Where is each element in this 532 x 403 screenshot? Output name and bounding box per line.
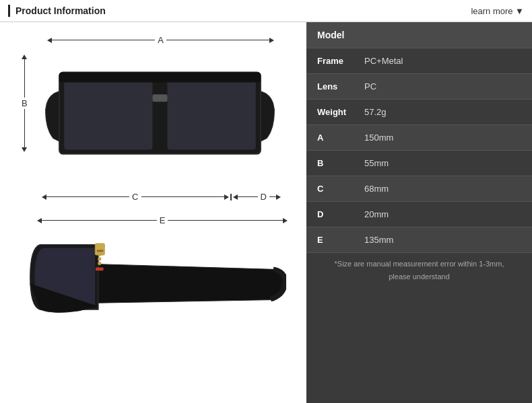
h-line-d1 <box>238 196 258 197</box>
spec-row-lens: Lens PC <box>306 74 532 100</box>
glasses-front-image <box>40 48 279 172</box>
spec-row-e: E 135mm <box>306 227 532 253</box>
glasses-front-svg <box>40 51 279 169</box>
side-view-section: E <box>13 211 293 342</box>
cd-separator <box>230 194 232 200</box>
spec-key-b: B <box>317 158 364 168</box>
spec-val-e: 135mm <box>364 235 393 245</box>
dimension-cd: C D <box>42 191 281 203</box>
spec-val-a: 150mm <box>364 133 393 143</box>
spec-key-frame: Frame <box>317 56 364 66</box>
spec-row-weight: Weight 57.2g <box>306 100 532 125</box>
glasses-side-image <box>27 229 286 337</box>
dim-b-label: B <box>22 98 28 108</box>
spec-val-d: 20mm <box>364 209 389 219</box>
h-line-c1 <box>46 196 129 197</box>
svg-rect-8 <box>59 72 261 82</box>
dim-c-label: C <box>132 192 138 202</box>
dimension-a: A <box>47 34 274 46</box>
arrow-tip-left-a <box>47 38 52 43</box>
arrow-tip-left-e <box>37 218 42 223</box>
arrow-tip-right-d <box>276 194 281 200</box>
h-line-a <box>52 40 155 40</box>
v-line-b2 <box>24 109 25 147</box>
svg-rect-10 <box>97 250 104 252</box>
spec-key-weight: Weight <box>317 107 364 117</box>
h-line-d2 <box>269 196 276 197</box>
dimension-b: B <box>19 54 30 152</box>
spec-table: Model Frame PC+Metal Lens PC Weight 57.2… <box>306 22 532 403</box>
header-left: Product Information <box>8 5 106 17</box>
spec-key-a: A <box>317 133 364 143</box>
right-panel: Model Frame PC+Metal Lens PC Weight 57.2… <box>306 22 532 403</box>
spec-val-frame: PC+Metal <box>364 56 403 66</box>
h-line-e2 <box>168 220 283 221</box>
main-content: A B <box>0 22 532 403</box>
svg-rect-6 <box>65 77 153 149</box>
spec-val-b: 55mm <box>364 158 389 168</box>
h-line-e1 <box>42 220 157 221</box>
arrow-tip-up-b <box>22 54 27 59</box>
arrow-tip-down-b <box>22 147 27 152</box>
dim-e-label: E <box>160 215 166 225</box>
spec-row-d: D 20mm <box>306 202 532 227</box>
v-line-b <box>24 59 25 98</box>
h-line-a2 <box>166 40 269 40</box>
spec-note-text: *Size are manual measurement error withi… <box>335 260 504 281</box>
dim-a-label: A <box>158 35 164 45</box>
h-line-c2 <box>141 196 224 197</box>
dimension-e-arrow: E <box>37 215 288 226</box>
spec-row-frame: Frame PC+Metal <box>306 48 532 74</box>
learn-more-link[interactable]: learn more ▼ <box>471 6 524 16</box>
spec-val-lens: PC <box>364 81 376 91</box>
page-header: Product Information learn more ▼ <box>0 0 532 22</box>
spec-key-d: D <box>317 209 364 219</box>
spec-val-weight: 57.2g <box>364 107 387 117</box>
spec-key-lens: Lens <box>317 81 364 91</box>
header-border-accent <box>8 5 10 17</box>
page-title: Product Information <box>15 5 106 16</box>
svg-point-13 <box>98 262 101 265</box>
spec-note: *Size are manual measurement error withi… <box>306 253 532 286</box>
svg-rect-14 <box>96 267 104 270</box>
spec-val-c: 68mm <box>364 184 389 194</box>
spec-model-label: Model <box>317 30 344 40</box>
spec-rows-container: Frame PC+Metal Lens PC Weight 57.2g A 15… <box>306 48 532 253</box>
arrow-tip-left-d <box>233 194 238 200</box>
spec-row-a: A 150mm <box>306 125 532 151</box>
left-panel: A B <box>0 22 306 403</box>
dim-d-label: D <box>261 192 267 202</box>
svg-rect-7 <box>168 77 256 149</box>
dimension-e: E <box>37 215 288 226</box>
dimension-a-arrow: A <box>47 34 274 46</box>
glasses-side-svg <box>27 231 286 336</box>
spec-key-e: E <box>317 235 364 245</box>
spec-model-header: Model <box>306 22 532 48</box>
svg-point-12 <box>98 257 101 260</box>
spec-row-b: B 55mm <box>306 151 532 176</box>
svg-point-11 <box>98 252 101 256</box>
arrow-tip-right-a <box>269 38 274 43</box>
svg-rect-3 <box>152 94 167 102</box>
arrow-tip-right-e <box>283 218 288 223</box>
arrow-tip-left-c <box>42 194 46 200</box>
arrow-tip-right-c <box>224 194 229 200</box>
spec-row-c: C 68mm <box>306 176 532 202</box>
spec-key-c: C <box>317 184 364 194</box>
front-view-section: A B <box>13 29 293 204</box>
